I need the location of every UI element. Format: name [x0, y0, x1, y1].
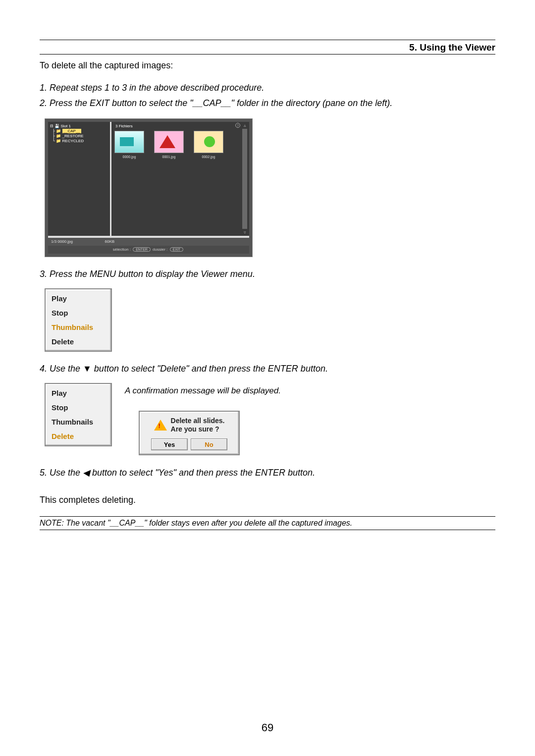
step-3: 3. Press the MENU button to display the …	[40, 269, 495, 279]
thumbnail-item[interactable]: 0001.jpg	[154, 131, 184, 159]
tree-folder-restore[interactable]: _RESTORE	[62, 134, 84, 138]
page-number: 69	[0, 721, 535, 734]
menu-stop[interactable]: Stop	[46, 400, 111, 415]
no-button[interactable]: No	[191, 438, 227, 450]
thumbnail-image	[114, 131, 144, 153]
menu-thumbnails[interactable]: Thumbnails	[46, 415, 111, 429]
yes-button[interactable]: Yes	[151, 438, 188, 450]
dialog-line2: Are you sure ?	[171, 425, 225, 433]
intro-text: To delete all the captured images:	[40, 60, 495, 71]
status-bar: 1/3 0000.jpg 60KB	[48, 238, 249, 246]
status-size: 60KB	[105, 239, 115, 244]
menu-delete[interactable]: Delete	[46, 334, 111, 349]
thumbnail-filename: 0002.jpg	[194, 155, 223, 159]
status-file: 1/3 0000.jpg	[51, 239, 73, 244]
thumbnail-image	[154, 131, 184, 153]
file-count: 3 Fichiers	[115, 124, 133, 128]
section-header: 5. Using the Viewer	[40, 42, 495, 54]
help-icon[interactable]: ?	[235, 123, 240, 128]
scrollbar[interactable]	[242, 129, 247, 229]
enter-key-pill: ENTER	[133, 247, 151, 252]
thumbnail-pane: 3 Fichiers ? ▵ ▿ 0000.jpg 0001.jpg	[111, 122, 249, 236]
dialog-line1: Delete all slides.	[171, 417, 225, 425]
hint-bar: sélection : ENTER dossier : EXIT	[48, 246, 249, 254]
step-4: 4. Use the ▼ button to select "Delete" a…	[40, 364, 495, 374]
tree-folder-cap[interactable]: __CAP__	[62, 129, 81, 133]
viewer-menu-delete-selected: Play Stop Thumbnails Delete	[45, 383, 112, 446]
menu-delete[interactable]: Delete	[46, 429, 111, 443]
warning-icon	[154, 420, 167, 431]
hint-label: sélection :	[113, 247, 131, 252]
thumbnail-item[interactable]: 0002.jpg	[194, 131, 223, 159]
directory-tree: ⊟ 💾 Slot 1 ├ 📁 __CAP__ ├ 📁 _RESTORE └ 📁 …	[48, 122, 110, 236]
thumbnail-filename: 0001.jpg	[154, 155, 184, 159]
scroll-down-icon[interactable]: ▿	[242, 230, 247, 235]
note-text: NOTE: The vacant "__CAP__" folder stays …	[40, 517, 495, 530]
confirm-dialog: Delete all slides. Are you sure ? Yes No	[139, 411, 240, 455]
exit-key-pill: EXIT	[170, 247, 184, 252]
step-1: 1. Repeat steps 1 to 3 in the above desc…	[40, 83, 495, 93]
thumbnail-item[interactable]: 0000.jpg	[114, 131, 144, 159]
tree-folder-recycled[interactable]: RECYCLED	[62, 139, 84, 143]
viewer-screenshot: ⊟ 💾 Slot 1 ├ 📁 __CAP__ ├ 📁 _RESTORE └ 📁 …	[45, 118, 253, 257]
step-2: 2. Press the EXIT button to select the "…	[40, 98, 495, 108]
thumbnail-filename: 0000.jpg	[114, 155, 144, 159]
menu-play[interactable]: Play	[46, 291, 111, 306]
confirmation-note: A confirmation message will be displayed…	[125, 386, 281, 396]
closing-text: This completes deleting.	[40, 495, 495, 505]
menu-thumbnails[interactable]: Thumbnails	[46, 320, 111, 334]
step-5: 5. Use the ◀ button to select "Yes" and …	[40, 467, 495, 478]
viewer-menu: Play Stop Thumbnails Delete	[45, 288, 112, 352]
menu-play[interactable]: Play	[46, 386, 111, 400]
menu-stop[interactable]: Stop	[46, 306, 111, 320]
tree-root: ⊟ 💾 Slot 1	[50, 124, 108, 129]
thumbnail-image	[194, 131, 223, 153]
scroll-up-icon[interactable]: ▵	[242, 123, 247, 128]
hint-label: dossier :	[153, 247, 167, 252]
